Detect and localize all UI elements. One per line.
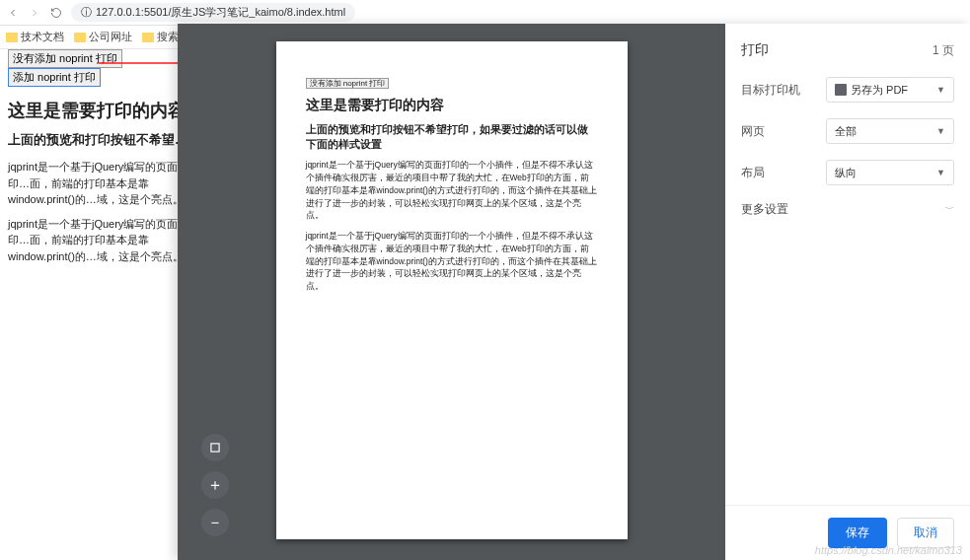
browser-toolbar: ⓘ 127.0.0.1:5501/原生JS学习笔记_kaimo/8.index.… <box>0 0 970 26</box>
page-content: 没有添加 noprint 打印 添加 noprint 打印 这里是需要打印的内容… <box>0 49 197 272</box>
page-count: 1 页 <box>933 42 954 59</box>
page-subheading: 上面的预览和打印按钮不希望… <box>8 132 189 149</box>
bookmark-item[interactable]: 公司网址 <box>74 30 132 44</box>
more-settings-toggle[interactable]: 更多设置 ﹀ <box>741 201 954 218</box>
url-text: 127.0.0.1:5501/原生JS学习笔记_kaimo/8.index.ht… <box>96 5 345 20</box>
pages-label: 网页 <box>741 123 765 140</box>
fit-page-button[interactable] <box>201 434 229 461</box>
preview-heading: 这里是需要打印的内容 <box>306 97 598 114</box>
preview-button: 没有添加 noprint 打印 <box>306 78 390 89</box>
pdf-icon <box>835 84 847 96</box>
no-noprint-button[interactable]: 没有添加 noprint 打印 <box>8 49 122 68</box>
preview-controls: ＋ － <box>201 434 229 536</box>
reload-icon[interactable] <box>49 6 63 20</box>
destination-label: 目标打印机 <box>741 82 800 99</box>
dialog-footer: 保存 取消 <box>725 505 970 560</box>
folder-icon <box>74 33 86 42</box>
folder-icon <box>142 33 154 42</box>
forward-icon[interactable] <box>28 6 41 20</box>
back-icon[interactable] <box>6 6 20 20</box>
chevron-down-icon: ▼ <box>936 85 945 95</box>
svg-rect-2 <box>211 444 219 452</box>
page-paragraph: jqprint是一个基于jQuery编写的页面打印…面，前端的打印基本是靠win… <box>8 159 189 208</box>
address-bar[interactable]: ⓘ 127.0.0.1:5501/原生JS学习笔记_kaimo/8.index.… <box>71 3 355 22</box>
layout-label: 布局 <box>741 165 765 181</box>
print-dialog: 没有添加 noprint 打印 这里是需要打印的内容 上面的预览和打印按钮不希望… <box>178 24 970 560</box>
folder-icon <box>6 33 18 42</box>
print-preview-page: 没有添加 noprint 打印 这里是需要打印的内容 上面的预览和打印按钮不希望… <box>276 41 628 539</box>
chevron-down-icon: ﹀ <box>945 203 954 216</box>
page-heading: 这里是需要打印的内容 <box>8 99 189 122</box>
preview-paragraph: jqprint是一个基于jQuery编写的页面打印的一个小插件，但是不得不承认这… <box>306 159 598 222</box>
print-settings-panel: 打印 1 页 目标打印机 另存为 PDF ▼ 网页 全部 ▼ 布局 <box>725 24 970 560</box>
print-title: 打印 <box>741 41 769 59</box>
print-preview-area: 没有添加 noprint 打印 这里是需要打印的内容 上面的预览和打印按钮不希望… <box>178 24 725 560</box>
chevron-down-icon: ▼ <box>936 168 945 177</box>
destination-select[interactable]: 另存为 PDF ▼ <box>826 77 954 103</box>
save-button[interactable]: 保存 <box>828 518 887 548</box>
layout-select[interactable]: 纵向 ▼ <box>826 160 954 185</box>
pages-select[interactable]: 全部 ▼ <box>826 118 954 144</box>
bookmark-item[interactable]: 技术文档 <box>6 30 64 44</box>
add-noprint-button[interactable]: 添加 noprint 打印 <box>8 68 101 87</box>
preview-subheading: 上面的预览和打印按钮不希望打印，如果要过滤的话可以做下面的样式设置 <box>306 122 598 151</box>
zoom-in-button[interactable]: ＋ <box>201 471 229 499</box>
preview-paragraph: jqprint是一个基于jQuery编写的页面打印的一个小插件，但是不得不承认这… <box>306 230 598 293</box>
page-paragraph: jqprint是一个基于jQuery编写的页面打印…面，前端的打印基本是靠win… <box>8 216 189 265</box>
cancel-button[interactable]: 取消 <box>897 518 954 548</box>
chevron-down-icon: ▼ <box>936 126 945 136</box>
info-icon: ⓘ <box>81 5 92 20</box>
zoom-out-button[interactable]: － <box>201 509 229 536</box>
